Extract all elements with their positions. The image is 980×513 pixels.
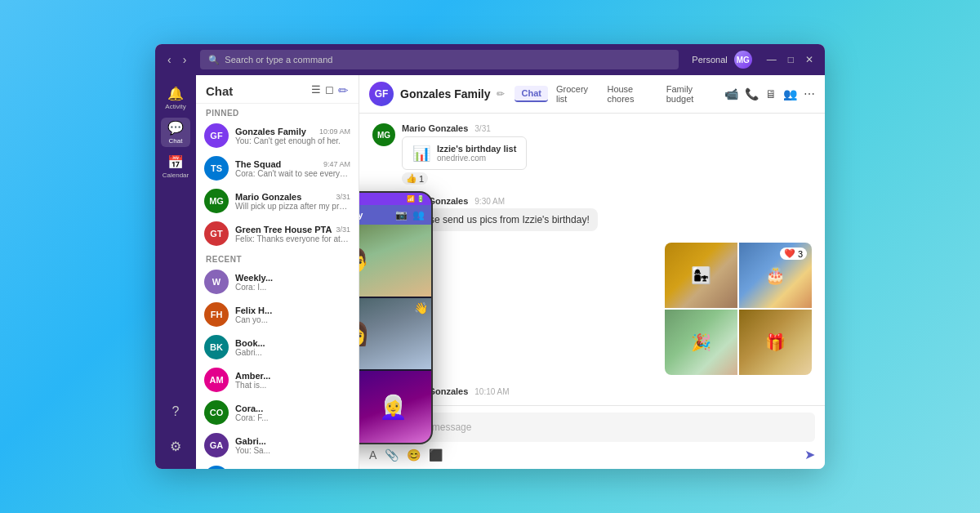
chat-item-gonzales-family[interactable]: GF Gonzales Family 10:09 AM You: Can't g… [196, 119, 359, 152]
file-name: Izzie's birthday list [437, 144, 516, 154]
chat-item-eric[interactable]: ES Eric S... Eric: C... [196, 462, 359, 469]
message-placeholder: Type a new message [379, 422, 805, 433]
send-button[interactable]: ➤ [804, 447, 815, 462]
mobile-reaction: 👋 [414, 301, 428, 314]
photo-1: 👩‍👧 [665, 243, 737, 308]
chat-item-info: Cora... Cora: F... [235, 404, 350, 422]
mobile-camera-icon[interactable]: 📷 [395, 209, 408, 221]
mobile-header-icons: 📷 👥 [395, 209, 425, 221]
chat-icon: 💬 [167, 120, 184, 136]
chat-item-felix[interactable]: FH Felix H... Can yo... [196, 298, 359, 331]
edit-group-icon[interactable]: ✏ [497, 88, 505, 100]
attach-icon[interactable]: 📎 [385, 448, 399, 462]
chat-item-name: Mario Gonzales [235, 192, 301, 202]
sidebar-item-calendar[interactable]: 📅 Calendar [161, 152, 190, 181]
chat-item-preview: Cora: Can't wait to see everyone! [235, 169, 350, 178]
message-content: Mario Gonzales 3/31 📊 Izzie's birthday l… [402, 123, 527, 185]
chat-item-name: Felix H... [235, 306, 272, 315]
chat-list: Chat ☰ ◻ ✏ Pinned GF Gonzales Family 10:… [196, 75, 359, 469]
app-window: ‹ › 🔍 Search or type a command Personal … [155, 44, 825, 469]
message-time: 3/31 [474, 124, 490, 133]
chat-main: GF Gonzales Family ✏ Chat Grocery list H… [359, 75, 825, 469]
user-avatar[interactable]: MG [734, 51, 752, 69]
audio-call-icon[interactable]: 📞 [745, 87, 759, 100]
sidebar-item-settings[interactable]: ⚙ [161, 431, 190, 461]
message-time: 9:30 AM [474, 197, 505, 206]
back-button[interactable]: ‹ [163, 51, 176, 68]
close-button[interactable]: ✕ [802, 52, 817, 67]
sidebar-item-help[interactable]: ? [161, 397, 190, 426]
chat-tabs: Chat Grocery list House chores Family bu… [514, 82, 718, 106]
chat-item-book[interactable]: BK Book... Gabri... [196, 331, 359, 364]
chat-avatar: TS [204, 156, 229, 181]
tab-budget[interactable]: Family budget [660, 82, 718, 106]
main-content: 🔔 Activity 💬 Chat 📅 Calendar ? ⚙ [155, 75, 825, 469]
file-source: onedrive.com [437, 154, 516, 163]
chat-item-name: Cora... [235, 404, 263, 413]
video-call-icon[interactable]: 📹 [724, 87, 738, 100]
mobile-video-4: 👩‍🦳 [359, 371, 431, 443]
search-placeholder: Search or type a command [225, 55, 332, 65]
chat-item-info: Eric S... Eric: C... [235, 469, 350, 470]
chat-item-amber[interactable]: AM Amber... That is... [196, 364, 359, 396]
photo-4: 🎁 [739, 310, 812, 375]
chat-item-weekly[interactable]: W Weekly... Cora: I... [196, 265, 359, 298]
file-attachment[interactable]: 📊 Izzie's birthday list onedrive.com [402, 136, 527, 170]
sidebar-item-activity[interactable]: 🔔 Activity [161, 83, 190, 113]
format-icon[interactable]: A [369, 448, 376, 462]
chat-avatar: FH [204, 302, 229, 327]
chat-label: Chat [169, 137, 183, 145]
calendar-icon: 📅 [167, 154, 184, 170]
chat-header-icons: ☰ ◻ ✏ [311, 83, 349, 98]
chat-avatar: W [204, 270, 229, 294]
left-nav: 🔔 Activity 💬 Chat 📅 Calendar ? ⚙ [155, 75, 196, 469]
forward-button[interactable]: › [179, 51, 191, 68]
chat-item-preview: Gabri... [235, 348, 350, 357]
minimize-button[interactable]: — [764, 52, 780, 67]
filter-icon[interactable]: ☰ [311, 83, 321, 98]
chat-item-time: 3/31 [336, 225, 350, 234]
tab-chat[interactable]: Chat [514, 86, 547, 102]
file-icon: 📊 [412, 145, 430, 163]
gif-icon[interactable]: ⬛ [429, 448, 443, 462]
activity-label: Activity [165, 103, 185, 110]
settings-icon: ⚙ [170, 439, 181, 454]
tab-grocery[interactable]: Grocery list [550, 82, 599, 106]
chat-avatar: GA [204, 433, 229, 457]
chat-avatar: GF [204, 123, 229, 148]
chat-avatar: MG [204, 189, 229, 213]
photo-grid: 👩‍👧 🎂 🎉 🎁 ❤ [665, 243, 812, 375]
chat-item-mario[interactable]: MG Mario Gonzales 3/31 Will pick up pizz… [196, 185, 359, 217]
chat-item-gabriel[interactable]: GA Gabri... You: Sa... [196, 429, 359, 462]
message-input-box[interactable]: Type a new message [369, 413, 815, 442]
more-options-icon[interactable]: ⋯ [804, 87, 815, 100]
chat-item-preview: Can yo... [235, 315, 350, 324]
chat-item-pta[interactable]: GT Green Tree House PTA 3/31 Felix: Than… [196, 217, 359, 250]
maximize-button[interactable]: □ [785, 52, 797, 67]
chat-item-name: Green Tree House PTA [235, 225, 332, 234]
mobile-video-row-1: 👨 Felix Hi... [359, 225, 431, 297]
title-bar: ‹ › 🔍 Search or type a command Personal … [155, 44, 825, 75]
participants-icon[interactable]: 👥 [783, 87, 797, 100]
compose-icon[interactable]: ✏ [338, 83, 349, 98]
mobile-participants-icon[interactable]: 👥 [412, 209, 425, 221]
nav-buttons: ‹ › [163, 51, 190, 68]
search-bar[interactable]: 🔍 Search or type a command [200, 50, 679, 69]
new-chat-icon[interactable]: ◻ [325, 83, 334, 98]
chat-item-name: Book... [235, 338, 265, 348]
emoji-icon[interactable]: 😊 [407, 448, 421, 462]
tab-house[interactable]: House chores [600, 82, 657, 106]
chat-item-cora[interactable]: CO Cora... Cora: F... [196, 396, 359, 429]
chat-avatar: ES [204, 466, 229, 469]
screen-share-icon[interactable]: 🖥 [765, 87, 777, 100]
chat-avatar: BK [204, 335, 229, 359]
chat-item-info: Gabri... You: Sa... [235, 436, 350, 455]
chat-item-preview: That is... [235, 381, 350, 390]
chat-item-squad[interactable]: TS The Squad 9:47 AM Cora: Can't wait to… [196, 152, 359, 185]
sidebar-item-chat[interactable]: 💬 Chat [161, 118, 190, 147]
message-row: MG Mario Gonzales 9:30 AM Please send us… [372, 196, 812, 231]
chat-avatar: CO [204, 400, 229, 425]
recent-section-label: Recent [196, 250, 359, 265]
mobile-video-1: 👨 Felix Hi... [359, 225, 431, 297]
activity-icon: 🔔 [167, 86, 184, 101]
